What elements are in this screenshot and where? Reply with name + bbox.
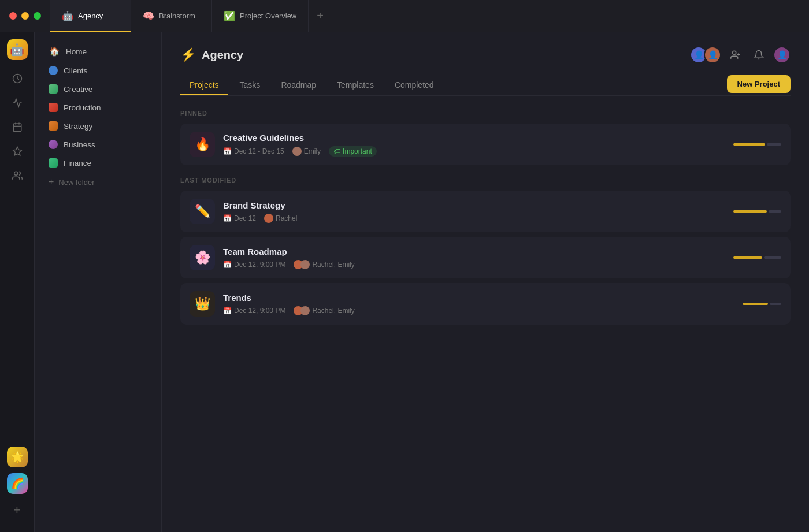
new-folder-button[interactable]: + New folder <box>39 172 157 192</box>
team-roadmap-meta: 📅 Dec 12, 9:00 PM Rachel, Emily <box>223 260 725 269</box>
avatar-user-2[interactable]: 👤 <box>704 46 721 64</box>
svg-point-6 <box>14 172 17 175</box>
brand-strategy-progress <box>733 210 781 213</box>
clock-icon[interactable] <box>7 68 28 89</box>
rail-bottom: 🌟 🌈 + <box>7 447 28 525</box>
tab-projects-label: Projects <box>190 80 219 90</box>
progress-empty <box>769 210 781 213</box>
avatar-emily-small <box>300 306 310 315</box>
sidebar-label-strategy: Strategy <box>64 122 92 131</box>
calendar-icon[interactable] <box>7 117 28 137</box>
home-icon: 🏠 <box>49 46 60 57</box>
traffic-lights <box>0 0 50 32</box>
sidebar-item-clients[interactable]: Clients <box>39 61 157 80</box>
finance-icon <box>49 158 58 168</box>
trends-progress <box>743 303 781 305</box>
project-item-trends[interactable]: 👑 Trends 📅 Dec 12, 9:00 PM <box>180 283 791 325</box>
tab-completed-label: Completed <box>395 80 434 90</box>
maximize-button[interactable] <box>34 12 41 20</box>
last-modified-label: LAST MODIFIED <box>180 177 791 184</box>
pinned-label: PINNED <box>180 110 791 117</box>
date-range-item: 📅 Dec 12 - Dec 15 <box>223 147 284 155</box>
add-tab-button[interactable]: + <box>309 0 332 32</box>
sidebar-item-creative[interactable]: Creative <box>39 80 157 98</box>
progress-filled <box>743 303 768 305</box>
progress-bar <box>733 143 781 146</box>
progress-filled <box>733 143 765 146</box>
brand-strategy-date: 📅 Dec 12 <box>223 214 256 222</box>
tab-templates-label: Templates <box>337 80 374 90</box>
add-member-button[interactable] <box>727 46 744 64</box>
date-val: Dec 12, 9:00 PM <box>234 307 285 315</box>
icon-rail: 🤖 🌟 🌈 + <box>0 32 35 532</box>
new-project-button[interactable]: New Project <box>727 75 791 93</box>
tab-brainstorm[interactable]: 🧠 Brainstorm <box>131 0 212 32</box>
tab-templates[interactable]: Templates <box>328 76 383 95</box>
sidebar-label-creative: Creative <box>64 85 92 94</box>
brand-strategy-icon: ✏️ <box>190 199 215 224</box>
sidebar-label-clients: Clients <box>64 66 87 75</box>
trends-info: Trends 📅 Dec 12, 9:00 PM Rachel, Emily <box>223 293 734 315</box>
sidebar-item-production[interactable]: Production <box>39 98 157 117</box>
avatar-group-small <box>294 306 310 315</box>
tab-project-overview[interactable]: ✅ Project Overview <box>212 0 309 32</box>
calendar-meta-icon: 📅 <box>223 261 232 269</box>
brand-strategy-info: Brand Strategy 📅 Dec 12 Rachel <box>223 200 725 223</box>
avatar-emily-icon <box>292 147 302 156</box>
notification-button[interactable] <box>750 46 767 64</box>
tab-roadmap-label: Roadmap <box>281 80 316 90</box>
date-range: Dec 12 - Dec 15 <box>234 147 284 155</box>
sidebar-label-finance: Finance <box>64 159 91 168</box>
strategy-icon <box>49 121 58 131</box>
last-modified-section: LAST MODIFIED ✏️ Brand Strategy 📅 Dec 12… <box>180 177 791 325</box>
sidebar-label-business: Business <box>64 140 95 149</box>
minimize-button[interactable] <box>21 12 29 20</box>
activity-icon[interactable] <box>7 92 28 113</box>
content-title: ⚡ Agency <box>180 47 243 62</box>
project-item-brand-strategy[interactable]: ✏️ Brand Strategy 📅 Dec 12 Rachel <box>180 191 791 232</box>
content-area: ⚡ Agency 👤 👤 👤 Projects <box>162 32 809 532</box>
tab-tasks[interactable]: Tasks <box>231 76 270 95</box>
sidebar-item-business[interactable]: Business <box>39 135 157 154</box>
tab-agency[interactable]: 🤖 Agency <box>50 0 131 32</box>
project-overview-tab-icon: ✅ <box>224 10 235 21</box>
progress-bar <box>733 256 781 259</box>
rainbow-app-icon[interactable]: 🌈 <box>7 473 28 494</box>
brainstorm-tab-label: Brainstorm <box>159 12 195 20</box>
title-bar: 🤖 Agency 🧠 Brainstorm ✅ Project Overview… <box>0 0 809 32</box>
progress-filled <box>733 210 767 213</box>
creative-guidelines-name: Creative Guidelines <box>223 133 725 143</box>
brand-strategy-meta: 📅 Dec 12 Rachel <box>223 214 725 223</box>
page-title: Agency <box>202 49 243 62</box>
avatar-group: 👤 👤 <box>690 46 721 64</box>
add-workspace-button[interactable]: + <box>7 500 28 520</box>
assignees-val: Rachel, Emily <box>312 307 354 315</box>
team-roadmap-icon: 🌸 <box>190 245 215 270</box>
creative-guidelines-meta: 📅 Dec 12 - Dec 15 Emily 🏷 Important <box>223 146 725 157</box>
progress-empty <box>767 143 781 146</box>
star-icon[interactable] <box>7 141 28 162</box>
close-button[interactable] <box>9 12 17 20</box>
tab-completed[interactable]: Completed <box>385 76 443 95</box>
project-item-creative-guidelines[interactable]: 🔥 Creative Guidelines 📅 Dec 12 - Dec 15 … <box>180 124 791 165</box>
calendar-meta-icon: 📅 <box>223 214 232 222</box>
svg-marker-5 <box>13 147 21 155</box>
team-roadmap-info: Team Roadmap 📅 Dec 12, 9:00 PM Rachel, E… <box>223 247 725 269</box>
sidebar-item-home[interactable]: 🏠 Home <box>39 42 157 61</box>
date-val: Dec 12, 9:00 PM <box>234 261 285 269</box>
sidebar-item-strategy[interactable]: Strategy <box>39 117 157 135</box>
creative-guidelines-progress <box>733 143 781 146</box>
people-icon[interactable] <box>7 165 28 186</box>
workspace-icon[interactable]: 🌟 <box>7 447 28 467</box>
avatar-current-user[interactable]: 👤 <box>773 46 791 64</box>
agency-app-icon[interactable]: 🤖 <box>7 39 28 60</box>
progress-bar <box>743 303 781 305</box>
tab-projects[interactable]: Projects <box>180 76 228 95</box>
trends-meta: 📅 Dec 12, 9:00 PM Rachel, Emily <box>223 306 734 315</box>
tab-roadmap[interactable]: Roadmap <box>272 76 325 95</box>
agency-tab-icon: 🤖 <box>62 10 73 21</box>
project-item-team-roadmap[interactable]: 🌸 Team Roadmap 📅 Dec 12, 9:00 PM <box>180 237 791 278</box>
calendar-meta-icon: 📅 <box>223 147 232 155</box>
creative-icon <box>49 84 58 94</box>
sidebar-item-finance[interactable]: Finance <box>39 154 157 172</box>
